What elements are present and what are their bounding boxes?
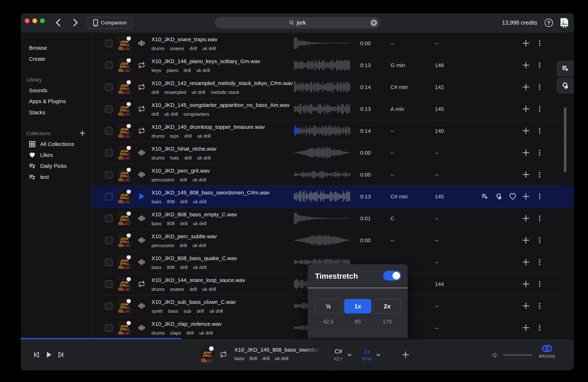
plus-icon[interactable] (522, 170, 530, 179)
sample-tag[interactable]: drill (189, 46, 197, 51)
sidebar-item-likes[interactable]: Likes (29, 151, 53, 159)
sidebar-item-stacks[interactable]: Stacks (29, 108, 45, 117)
sidebar-item-apps-plugins[interactable]: Apps & Plugins (29, 97, 66, 106)
sidebar-item-test[interactable]: test (29, 173, 49, 181)
kebab-menu-icon[interactable] (535, 192, 544, 201)
close-button[interactable] (25, 19, 29, 23)
sample-tag[interactable]: drums (151, 46, 165, 51)
sample-type-icon[interactable] (138, 127, 146, 135)
sample-tag[interactable]: uk drill (197, 133, 211, 139)
row-checkbox[interactable] (105, 193, 113, 200)
sample-name[interactable]: X10_JKD_808_bass_empty_C.wav (151, 211, 237, 218)
plus-icon[interactable] (522, 192, 530, 201)
volume-icon[interactable] (491, 351, 500, 359)
sample-tag[interactable]: uk drill (202, 46, 216, 51)
add-to-queue-icon[interactable] (481, 192, 489, 201)
sample-name[interactable]: X10_JKD_clap_violence.wav (151, 321, 222, 327)
clear-search-icon[interactable]: ✕ (371, 19, 377, 26)
sample-tag[interactable]: tops (170, 133, 179, 139)
sample-type-icon[interactable] (138, 105, 146, 113)
waveform[interactable] (294, 190, 352, 203)
plus-icon[interactable] (522, 280, 530, 288)
sample-tag[interactable]: piano (167, 68, 178, 73)
sample-tag[interactable]: claps (170, 330, 181, 336)
sample-name[interactable]: X10_JKD_140_drumloop_topper_treasure.wav (151, 124, 265, 130)
plus-icon[interactable] (522, 39, 530, 48)
sidebar-item-daily-picks[interactable]: Daily Picks (29, 162, 67, 170)
sample-type-icon[interactable] (138, 192, 146, 200)
row-checkbox[interactable] (105, 127, 113, 135)
sample-tag[interactable]: drums (151, 133, 165, 139)
sample-tag[interactable]: drill (184, 68, 191, 73)
sample-row[interactable]: JERKDRILL X10_JKD_140_drumloop_topper_tr… (92, 120, 574, 142)
help-icon[interactable]: ? (545, 19, 553, 27)
sidebar-item-browse[interactable]: Browse (29, 44, 47, 52)
sample-tag[interactable]: drill (151, 90, 159, 95)
kebab-menu-icon[interactable] (535, 83, 544, 91)
sample-tag[interactable]: drill (180, 221, 187, 226)
plus-icon[interactable] (522, 258, 530, 267)
timestretch-toggle[interactable] (383, 271, 401, 281)
sample-tag[interactable]: drill (151, 112, 159, 117)
row-checkbox[interactable] (105, 237, 113, 244)
sample-tag[interactable]: drums (151, 330, 165, 336)
next-button[interactable] (56, 349, 66, 360)
search-input[interactable]: jerk ✕ (215, 17, 380, 29)
sample-row[interactable]: JERKDRILL X10_JKD_146_piano_keys_solitar… (92, 54, 574, 76)
key-selector[interactable]: C#KEY (334, 339, 352, 370)
sample-row[interactable]: JERKDRILL X10_JKD_hihat_niche.wav drumsh… (92, 142, 574, 164)
sample-name[interactable]: X10_JKD_perc_grit.wav (151, 168, 211, 174)
sample-name[interactable]: X10_JKD_perc_subtle.wav (151, 233, 217, 239)
sample-tag[interactable]: 808 (167, 199, 175, 204)
row-checkbox[interactable] (105, 302, 113, 310)
plus-icon[interactable] (522, 236, 530, 245)
sample-tag[interactable]: resampled (164, 90, 186, 95)
row-checkbox[interactable] (105, 105, 113, 113)
sample-tag[interactable]: 808 (167, 221, 175, 226)
sample-type-icon[interactable] (138, 214, 146, 222)
volume-slider[interactable] (503, 354, 532, 356)
sample-tag[interactable]: percussion (151, 177, 174, 183)
kebab-menu-icon[interactable] (535, 214, 544, 223)
waveform[interactable] (294, 124, 352, 137)
sample-tag[interactable]: drill (180, 177, 187, 183)
kebab-menu-icon[interactable] (535, 302, 544, 310)
bpm-selector[interactable]: 1xBPM (362, 339, 381, 370)
sample-type-icon[interactable] (138, 302, 146, 310)
sample-tag[interactable]: uk drill (202, 286, 216, 292)
sample-tag[interactable]: bass (151, 199, 162, 204)
sample-tag[interactable]: uk drill (197, 155, 211, 161)
row-checkbox[interactable] (105, 171, 113, 178)
sample-row[interactable]: JERKDRILL X10_JKD_145_808_bass_swordsmen… (92, 186, 574, 208)
timestretch-option-half[interactable]: ½ (315, 299, 342, 313)
row-checkbox[interactable] (105, 61, 113, 69)
sample-tag[interactable]: drill (184, 133, 191, 139)
sample-type-icon[interactable] (138, 149, 146, 157)
sample-name[interactable]: X10_JKD_144_snare_loop_sauce.wav (151, 277, 245, 283)
sample-tag[interactable]: snares (170, 286, 184, 292)
row-checkbox[interactable] (105, 280, 113, 288)
waveform[interactable] (294, 146, 352, 159)
sample-tag[interactable]: drill (189, 286, 197, 292)
sample-tag[interactable]: uk drill (199, 330, 213, 336)
kebab-menu-icon[interactable] (535, 39, 544, 48)
waveform[interactable] (294, 81, 352, 93)
sample-tag[interactable]: percussion (151, 243, 174, 248)
sample-tag[interactable]: synth (151, 308, 163, 314)
sample-tag[interactable]: uk drill (193, 221, 207, 226)
row-checkbox[interactable] (105, 83, 113, 91)
sample-tag[interactable]: drums (151, 155, 165, 161)
sample-tag[interactable]: uk drill (193, 199, 207, 204)
waveform[interactable] (294, 37, 352, 50)
row-checkbox[interactable] (105, 258, 113, 266)
plus-icon[interactable] (522, 214, 530, 223)
sample-tag[interactable]: songstarters (183, 112, 209, 117)
sample-tag[interactable]: uk drill (196, 68, 210, 73)
sample-tag[interactable]: drill (187, 330, 194, 336)
sample-tag[interactable]: uk drill (164, 112, 178, 117)
kebab-menu-icon[interactable] (535, 280, 544, 288)
sample-type-icon[interactable] (138, 280, 146, 288)
sample-name[interactable]: X10_JKD_sub_bass_clown_C.wav (151, 299, 236, 305)
sample-tag[interactable]: drill (184, 155, 191, 161)
kebab-menu-icon[interactable] (535, 148, 544, 157)
